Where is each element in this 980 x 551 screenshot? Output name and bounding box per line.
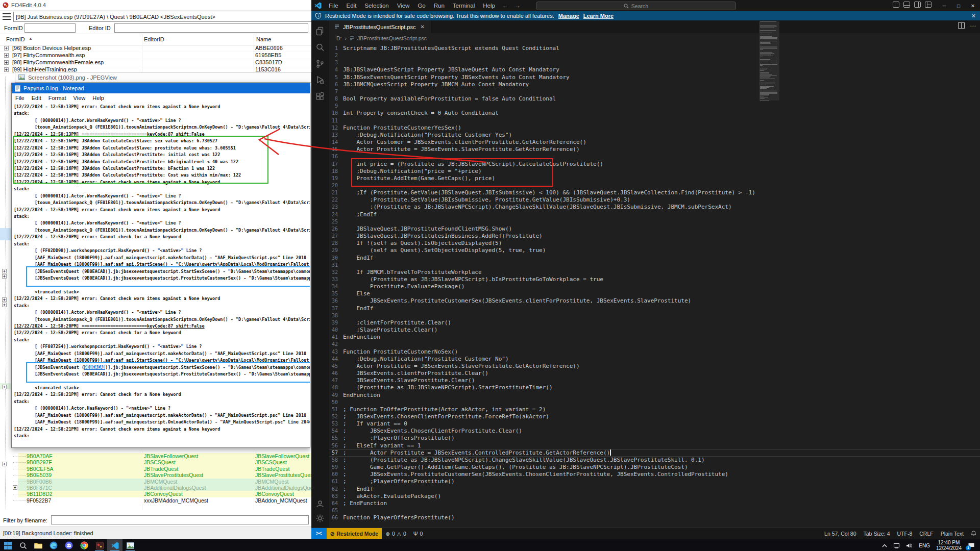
notepad-menu-format[interactable]: Format <box>45 95 70 101</box>
banner-close-icon[interactable]: ✕ <box>971 13 976 19</box>
search-view-icon[interactable] <box>314 42 326 53</box>
code-line[interactable]: 30 EndIf <box>329 255 980 262</box>
quest-row[interactable]: 9B0A70AFJBSlaveFollowerQuestJBSlaveFollo… <box>0 453 312 459</box>
vscode-menu-edit[interactable]: Edit <box>342 3 361 9</box>
code-line[interactable]: 43Function ProstituteCustomerNoSex() <box>329 348 980 356</box>
minimap-slider[interactable] <box>759 21 779 101</box>
code-line[interactable]: 3 <box>329 59 980 66</box>
code-line[interactable]: 47 JBSexEvents.SlaveProstitute.Clear() <box>329 377 980 384</box>
vscode-menu-go[interactable]: Go <box>413 3 429 9</box>
menu-hamburger-icon[interactable] <box>3 13 11 20</box>
more-actions-icon[interactable]: ⋯ <box>970 22 976 30</box>
code-line[interactable]: 13 ;Debug.Notification("Prostitute Custo… <box>329 132 980 139</box>
filter-by-filename-input[interactable] <box>51 515 309 524</box>
photos-viewer-icon[interactable] <box>122 539 138 551</box>
formid-input[interactable] <box>24 23 76 33</box>
code-line[interactable]: 29 (self as Quest).SetObjectiveDisplayed… <box>329 247 980 254</box>
code-line[interactable]: 40 ;SlaveProstitute.Clear() <box>329 327 980 334</box>
notifications-bell-icon[interactable] <box>967 528 980 539</box>
command-center-search[interactable]: Search <box>536 2 736 10</box>
code-line[interactable]: 12Function ProstituteCustomerYesSex() <box>329 124 980 132</box>
code-line[interactable]: 8Bool Property availableForProstitution … <box>329 95 980 103</box>
code-line[interactable]: 50 <box>329 399 980 406</box>
action-center-icon[interactable]: 1 <box>965 539 980 551</box>
quest-row[interactable]: 9B11D8D2JBConvoyQuestJBConvoyQuest <box>0 491 312 497</box>
editorid-input[interactable] <box>114 23 308 33</box>
code-line[interactable]: 32 If JBMCM.bTravelToProstituteWorkplace <box>329 269 980 276</box>
code-line[interactable]: 57; Actor Prostitute = JBSexEvents.Contr… <box>329 449 980 457</box>
code-line[interactable]: 10Int Property consentCheck = 0 Auto Con… <box>329 110 980 117</box>
source-control-icon[interactable] <box>314 58 326 69</box>
code-line[interactable]: 37 EndIf <box>329 305 980 312</box>
code-line[interactable]: 36 JBSexEvents.ProstituteCustomerSex(JBS… <box>329 297 980 305</box>
code-line[interactable]: 22 ;Prostitute.SetValue(JBIsSubmissive, … <box>329 196 980 204</box>
code-line[interactable]: 6JB:JBMCMQuestScript Property JBMCM Auto… <box>329 81 980 88</box>
run-debug-icon[interactable] <box>314 74 326 86</box>
notepad-titlebar[interactable]: Papyrus.0.log - Notepad <box>12 83 310 93</box>
code-line[interactable]: 63; akActor.EvaluatePackage() <box>329 493 980 500</box>
code-editor[interactable]: 1Scriptname JB:JBProstitutesQuestScript … <box>329 43 980 528</box>
code-line[interactable]: 51; Function ToOfferProstitute(Actor akA… <box>329 406 980 413</box>
column-editorid[interactable]: EditorID <box>144 36 164 42</box>
code-line[interactable]: 53; If variant == 0 <box>329 420 980 428</box>
banner-manage-link[interactable]: Manage <box>558 13 579 19</box>
breadcrumb-drive[interactable]: D: <box>336 35 342 41</box>
tree-expander-icon[interactable]: + <box>2 269 7 273</box>
code-line[interactable]: 24 ;EndIf <box>329 211 980 218</box>
language-mode-status[interactable]: Plain Text <box>937 528 967 539</box>
grid-header[interactable]: FormID ▲ EditorID Name <box>0 34 312 45</box>
tree-expander-icon[interactable]: + <box>4 53 9 58</box>
code-line[interactable]: 45 Actor Prostitute = JBSexEvents.SlaveP… <box>329 363 980 370</box>
breadcrumb-file[interactable]: JBProstitutesQuestScript.psc <box>357 35 427 41</box>
explorer-icon[interactable] <box>314 26 326 37</box>
code-line[interactable]: 17 int price = (Prostitute as JB:JBSlave… <box>329 161 980 168</box>
code-line[interactable]: 56; ElseIf variant == 1 <box>329 442 980 449</box>
plugin-row[interactable]: +[97] FlirtyCommonwealth.esp61958EB5 <box>0 52 312 59</box>
code-line[interactable]: 11 <box>329 117 980 124</box>
code-line[interactable]: 25 <box>329 218 980 226</box>
quest-row[interactable]: 9B0B297FJBSCSQuestJBSCSQuest <box>0 459 312 465</box>
file-explorer-icon[interactable] <box>31 539 46 551</box>
code-line[interactable]: 5JB:JBSexEventsQuestScript Property JBSe… <box>329 74 980 81</box>
jpegview-titlebar[interactable]: Screenshot (1003).png - JPEGView <box>15 72 311 83</box>
tree-expander-icon[interactable]: + <box>13 485 17 490</box>
code-line[interactable]: 1Scriptname JB:JBProstitutesQuestScript … <box>329 45 980 52</box>
code-line[interactable]: 35 Else <box>329 290 980 297</box>
breadcrumb[interactable]: D: › JBProstitutesQuestScript.psc <box>329 33 980 43</box>
language-indicator[interactable]: ENG <box>916 539 933 551</box>
code-line[interactable]: 48 (Prostitute as JB:JBSlaveNPCScript).S… <box>329 384 980 391</box>
code-line[interactable]: 27 JBSlaveQuest.JBProstitutesInBusiness.… <box>329 233 980 240</box>
vscode-menu-selection[interactable]: Selection <box>360 3 393 9</box>
toggle-sidebar-icon[interactable] <box>893 2 899 8</box>
vscode-menu-terminal[interactable]: Terminal <box>449 3 479 9</box>
code-line[interactable]: 66Function PlayerOffersProstitute() <box>329 514 980 521</box>
toggle-secondary-sidebar-icon[interactable] <box>914 2 921 8</box>
start-button[interactable] <box>0 539 15 551</box>
code-line[interactable]: 21 ;If (Prostitute.GetValue(JBSlaveQuest… <box>329 189 980 196</box>
tree-expander-icon[interactable]: + <box>2 297 7 302</box>
code-line[interactable]: 9 <box>329 103 980 110</box>
eol-status[interactable]: CRLF <box>916 528 937 539</box>
banner-learn-more-link[interactable]: Learn More <box>583 13 614 19</box>
code-line[interactable]: 59; Game.GetPlayer().AddItem(Game.GetCap… <box>329 464 980 471</box>
fo4edit-taskbar-icon[interactable] <box>92 539 107 551</box>
close-icon[interactable]: ✕ <box>966 0 980 11</box>
minimize-icon[interactable]: ─ <box>937 0 951 11</box>
quest-row[interactable]: 9B0F00B6JBMCMQuestJBMCMQuest <box>0 479 312 485</box>
edge-browser-icon[interactable] <box>46 539 61 551</box>
code-line[interactable]: 61; ;PlayerOffersProstitute() <box>329 478 980 485</box>
code-line[interactable]: 55; ;PlayerOffersProstitute() <box>329 435 980 442</box>
tree-expander-icon[interactable]: + <box>2 385 7 389</box>
vscode-menu-file[interactable]: File <box>325 3 342 9</box>
code-line[interactable]: 42 <box>329 341 980 348</box>
notepad-menu-help[interactable]: Help <box>89 95 108 101</box>
toggle-panel-icon[interactable] <box>903 2 910 8</box>
tab-jbprostitutesquestscript[interactable]: JBProstitutesQuestScript.psc ✕ <box>329 20 431 33</box>
taskbar-search-icon[interactable] <box>15 539 31 551</box>
code-line[interactable]: 19 Prostitute.AddItem(Game.GetCaps(), pr… <box>329 175 980 182</box>
network-icon[interactable] <box>890 539 903 551</box>
code-line[interactable]: 28 If !(self as Quest).IsObjectiveDispla… <box>329 240 980 247</box>
extensions-icon[interactable] <box>314 91 326 102</box>
code-line[interactable]: 23 ;(Prostitute as JB:JBSlaveNPCScript).… <box>329 204 980 211</box>
tree-expander-icon[interactable]: + <box>4 60 9 65</box>
